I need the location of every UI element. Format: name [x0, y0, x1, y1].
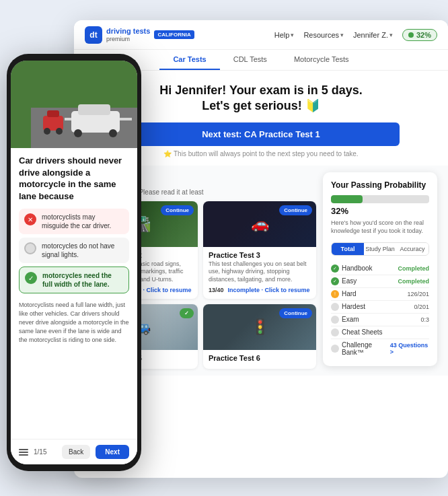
svg-point-9	[109, 129, 117, 137]
svg-rect-11	[47, 110, 59, 117]
card-stat-3: 13/40	[209, 287, 224, 293]
practice-card-3[interactable]: 🚗 Continue Practice Test 3 This test cha…	[203, 201, 316, 299]
card-status-3: Incomplete · Click to resume	[228, 287, 310, 293]
logo-area: dt driving tests premium CALIFORNIA	[85, 26, 194, 44]
prob-dot-cheat	[331, 328, 339, 336]
next-button[interactable]: Next	[96, 445, 129, 459]
svg-rect-5	[118, 118, 132, 120]
continue-chip-2[interactable]: Continue	[161, 205, 194, 215]
help-link[interactable]: Help ▾	[274, 31, 295, 39]
nav-links: Help ▾ Resources ▾ Jennifer Z. ▾ 32%	[274, 29, 437, 41]
prob-row-challenge[interactable]: Challenge Bank™ 43 Questions >	[331, 339, 429, 358]
svg-point-12	[44, 128, 50, 135]
option-text-1: motorcyclists may misguide the car drive…	[42, 213, 124, 230]
wrong-icon-1: ✕	[24, 213, 36, 225]
continue-chip-6[interactable]: Continue	[279, 308, 312, 318]
brand-sub: premium	[106, 36, 150, 42]
card-img-6: 🚦 Continue	[203, 304, 316, 350]
prob-row-easy: ✓ Easy Completed	[331, 275, 429, 288]
user-link[interactable]: Jennifer Z. ▾	[353, 31, 393, 39]
card-img-3: 🚗 Continue	[203, 201, 316, 247]
continue-chip-5[interactable]: ✓	[180, 308, 194, 318]
card-title-3: Practice Test 3	[209, 251, 311, 259]
prob-row-cheat: Cheat Sheets	[331, 326, 429, 339]
top-nav: dt driving tests premium CALIFORNIA Help…	[74, 20, 448, 50]
prob-dot-handbook: ✓	[331, 264, 339, 273]
phone-explanation: Motorcyclists need a full lane width, ju…	[19, 301, 129, 432]
prob-row-hardest: Hardest 0/201	[331, 301, 429, 314]
resources-link[interactable]: Resources ▾	[303, 31, 344, 39]
score-badge: 32%	[402, 29, 437, 41]
menu-line-2	[19, 452, 28, 453]
prob-row-exam: Exam 0:3	[331, 314, 429, 326]
prob-dot-hardest	[331, 303, 339, 311]
prob-bar-wrap	[331, 195, 429, 203]
tab-motorcycle-tests[interactable]: Motorcycle Tests	[281, 50, 363, 70]
correct-icon-3: ✓	[25, 272, 37, 284]
card-body-3: Practice Test 3 This test challenges you…	[203, 247, 316, 299]
card-title-6: Practice Test 6	[209, 354, 311, 362]
back-button[interactable]: Back	[62, 445, 90, 459]
prob-tab-accuracy[interactable]: Accuracy	[396, 243, 428, 255]
prob-dot-exam	[331, 316, 339, 324]
prob-bar-fill	[331, 195, 363, 203]
phone-progress: 1/15	[34, 448, 46, 456]
menu-icon	[19, 449, 28, 456]
phone-option-1[interactable]: ✕ motorcyclists may misguide the car dri…	[19, 209, 129, 234]
prob-pct: 32%	[331, 206, 429, 216]
card-desc-3: This test challenges you on seat belt us…	[209, 260, 311, 284]
prob-desc: Here's how you'd score on the real knowl…	[331, 219, 429, 236]
phone-content: Car drivers should never drive alongside…	[11, 148, 137, 439]
phone-hero-image	[11, 61, 137, 148]
phone-inner: Car drivers should never drive alongside…	[11, 61, 137, 464]
prob-dot-challenge	[331, 345, 339, 353]
phone-question: Car drivers should never drive alongside…	[19, 155, 129, 202]
menu-line-1	[19, 449, 28, 450]
phone-img-overlay	[11, 61, 137, 148]
option-text-3: motorcycles need the full width of the l…	[42, 271, 123, 289]
user-caret: ▾	[389, 32, 393, 38]
score-dot	[408, 32, 414, 38]
help-caret: ▾	[291, 32, 294, 38]
logo-icon: dt	[85, 26, 102, 44]
practice-card-6[interactable]: 🚦 Continue Practice Test 6	[203, 304, 316, 369]
neutral-icon-2	[24, 242, 36, 254]
prob-dot-easy: ✓	[331, 277, 339, 285]
svg-point-8	[74, 129, 82, 137]
prob-tab-total[interactable]: Total	[332, 243, 364, 255]
phone-bottom-bar: 1/15 Back Next	[11, 439, 137, 464]
region-badge: CALIFORNIA	[154, 30, 194, 39]
passing-probability-panel: Your Passing Probability 32% Here's how …	[323, 172, 437, 366]
tab-cdl-tests[interactable]: CDL Tests	[220, 50, 281, 70]
prob-dot-hard: !	[331, 290, 339, 298]
prob-title: Your Passing Probability	[331, 180, 429, 190]
card-meta-3: 13/40 Incomplete · Click to resume	[209, 287, 311, 293]
continue-chip-3[interactable]: Continue	[279, 205, 312, 215]
road-scene-svg	[11, 61, 137, 148]
svg-point-13	[56, 128, 63, 135]
menu-line-3	[19, 454, 28, 456]
card-body-6: Practice Test 6	[203, 350, 316, 369]
prob-row-hard: ! Hard 126/201	[331, 288, 429, 301]
phone: Car drivers should never drive alongside…	[7, 54, 141, 471]
prob-row-handbook: ✓ Handbook Completed	[331, 262, 429, 275]
brand-name: driving tests	[106, 27, 150, 36]
phone-option-2[interactable]: motorcycles do not have signal lights.	[19, 238, 129, 263]
phone-option-3[interactable]: ✓ motorcycles need the full width of the…	[19, 267, 129, 293]
prob-tabs: Total Study Plan Accuracy	[331, 242, 429, 256]
option-text-2: motorcycles do not have signal lights.	[42, 242, 124, 259]
svg-rect-7	[78, 104, 110, 115]
resources-caret: ▾	[340, 32, 344, 38]
prob-tab-study[interactable]: Study Plan	[364, 243, 396, 255]
cta-button[interactable]: Next test: CA Practice Test 1	[122, 122, 400, 146]
tab-car-tests[interactable]: Car Tests	[159, 50, 219, 70]
